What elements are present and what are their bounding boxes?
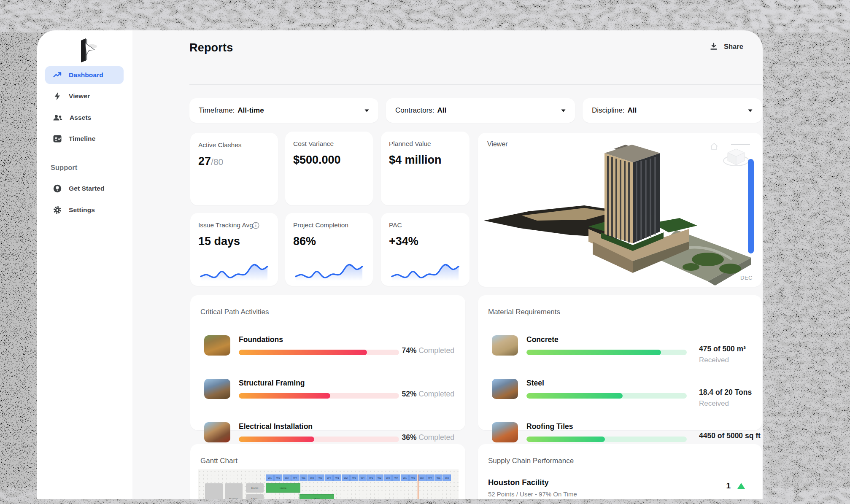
activity-row: Foundations 74% Completed bbox=[190, 335, 465, 366]
gantt-chart: Design W1W2W3W4W1W2W3W4W1W2W3W4W1W2W3W4W… bbox=[198, 469, 459, 499]
gantt-week-cell: W2 bbox=[443, 474, 451, 481]
activity-thumbnail bbox=[204, 422, 230, 442]
sidebar-item-label: Viewer bbox=[69, 92, 90, 100]
kpi-value: 15 days bbox=[198, 235, 240, 248]
screenshot-canvas: Dashboard Viewer Assets Timeline bbox=[0, 0, 850, 504]
bim-model-3d-view bbox=[478, 133, 762, 287]
sidebar-item-label: Get Started bbox=[69, 185, 105, 192]
contractors-filter-dropdown[interactable]: Contractors: All bbox=[386, 98, 575, 123]
share-button[interactable]: Share bbox=[710, 42, 743, 51]
gantt-week-cell: W4 bbox=[325, 474, 333, 481]
kpi-card-pac: PAC +34% bbox=[381, 213, 470, 286]
card-title: Critical Path Activities bbox=[200, 308, 269, 316]
discipline-filter-dropdown[interactable]: Discipline: All bbox=[583, 98, 762, 123]
gantt-week-cell: W3 bbox=[283, 474, 291, 481]
kpi-label: Planned Value bbox=[389, 140, 431, 148]
info-icon[interactable] bbox=[252, 222, 259, 229]
activity-row: Structural Framing 52% Completed bbox=[190, 379, 465, 409]
gantt-week-cell: W1 bbox=[401, 474, 409, 481]
sidebar-item-timeline[interactable]: Timeline bbox=[45, 130, 124, 148]
gantt-lanes: HomeMenuCheckout bbox=[266, 483, 459, 499]
gantt-week-cell: W1 bbox=[266, 474, 274, 481]
activity-thumbnail bbox=[204, 335, 230, 356]
sidebar-item-assets[interactable]: Assets bbox=[45, 109, 124, 127]
kpi-value: 27/80 bbox=[198, 155, 223, 168]
sidebar-item-label: Settings bbox=[69, 206, 95, 214]
kpi-label: Active Clashes bbox=[198, 141, 242, 149]
progress-bar bbox=[239, 350, 399, 355]
kpi-label: Issue Tracking Avg bbox=[198, 221, 253, 229]
sidebar-item-get-started[interactable]: Get Started bbox=[45, 180, 124, 197]
material-name: Steel bbox=[526, 379, 544, 388]
kpi-card-issue-tracking: Issue Tracking Avg 15 days bbox=[190, 213, 278, 286]
kpi-value: +34% bbox=[389, 235, 418, 248]
kpi-suffix: /80 bbox=[211, 157, 223, 167]
viewer-card[interactable]: Viewer DEC bbox=[478, 133, 762, 287]
material-amount-label: 18.4 of 20 TonsReceived bbox=[699, 388, 752, 408]
timeframe-filter-dropdown[interactable]: Timeframe: All-time bbox=[189, 98, 378, 123]
gantt-week-cell: W2 bbox=[409, 474, 417, 481]
progress-bar bbox=[526, 350, 687, 355]
gantt-task-label: Menu bbox=[246, 494, 264, 499]
gantt-task-bar[interactable]: Menu bbox=[300, 494, 334, 499]
sidebar-item-dashboard[interactable]: Dashboard bbox=[45, 66, 124, 84]
sidebar: Dashboard Viewer Assets Timeline bbox=[37, 30, 132, 499]
card-title: Gantt Chart bbox=[200, 457, 237, 465]
app-logo bbox=[73, 37, 98, 63]
activity-thumbnail bbox=[204, 379, 230, 399]
material-thumbnail bbox=[492, 422, 518, 442]
kpi-label: Cost Variance bbox=[293, 140, 334, 148]
timeline-month-label: DEC bbox=[740, 275, 753, 281]
kpi-card-active-clashes: Active Clashes 27/80 bbox=[190, 133, 278, 205]
activity-progress-label: 74% Completed bbox=[402, 346, 454, 355]
chevron-down-icon bbox=[364, 109, 369, 112]
gantt-group-box: Design bbox=[225, 483, 243, 499]
chevron-down-icon bbox=[561, 109, 566, 112]
sidebar-item-label: Assets bbox=[70, 114, 91, 121]
people-icon bbox=[53, 113, 63, 122]
card-title: Material Requirements bbox=[488, 308, 560, 316]
gantt-week-cell: W4 bbox=[291, 474, 299, 481]
lightbulb-icon bbox=[53, 184, 62, 193]
sidebar-item-label: Timeline bbox=[69, 135, 95, 143]
material-thumbnail bbox=[492, 379, 518, 399]
kpi-value: $4 million bbox=[389, 154, 442, 167]
gantt-week-cell: W1 bbox=[333, 474, 341, 481]
gantt-week-cell: W1 bbox=[434, 474, 443, 481]
kpi-label: Project Completion bbox=[293, 221, 348, 229]
gantt-week-cell: W3 bbox=[350, 474, 358, 481]
trending-up-icon bbox=[53, 70, 62, 80]
sparkline-chart bbox=[292, 256, 366, 281]
facility-detail: 52 Points / User - 97% On Time bbox=[488, 491, 577, 498]
filter-value: All bbox=[627, 106, 637, 115]
sidebar-item-settings[interactable]: Settings bbox=[45, 201, 124, 219]
gantt-week-cell: W2 bbox=[274, 474, 282, 481]
material-row: Concrete 475 of 500 m³Received bbox=[478, 335, 762, 366]
sparkline-chart bbox=[197, 256, 271, 281]
trend-up-icon bbox=[737, 483, 745, 489]
activity-name: Foundations bbox=[239, 335, 283, 344]
gantt-week-row: W1W2W3W4W1W2W3W4W1W2W3W4W1W2W3W4W1W2W3W4… bbox=[266, 474, 451, 481]
filter-label: Discipline: bbox=[592, 106, 624, 115]
support-section-heading: Support bbox=[51, 164, 77, 172]
activity-progress-label: 36% Completed bbox=[402, 433, 454, 442]
material-amount-label: 475 of 500 m³Received bbox=[699, 345, 746, 364]
gantt-week-cell: W4 bbox=[426, 474, 434, 481]
filter-label: Timeframe: bbox=[199, 106, 235, 115]
activity-name: Electrical Installation bbox=[239, 422, 313, 431]
material-name: Concrete bbox=[526, 335, 559, 344]
view-cube-icon bbox=[723, 149, 749, 166]
timeline-slider[interactable] bbox=[748, 159, 754, 253]
facility-name: Houston Facility bbox=[488, 478, 549, 487]
gantt-week-cell: W2 bbox=[342, 474, 350, 481]
progress-bar bbox=[239, 437, 399, 442]
header-divider bbox=[189, 84, 762, 85]
gantt-week-cell: W2 bbox=[308, 474, 316, 481]
gantt-task-bar[interactable]: Home bbox=[266, 483, 300, 493]
sidebar-item-viewer[interactable]: Viewer bbox=[45, 87, 124, 105]
task-list-icon bbox=[53, 134, 62, 143]
gantt-week-cell: W1 bbox=[300, 474, 308, 481]
gantt-week-cell: W3 bbox=[418, 474, 426, 481]
download-icon bbox=[710, 42, 718, 51]
filter-value: All-time bbox=[237, 106, 264, 115]
